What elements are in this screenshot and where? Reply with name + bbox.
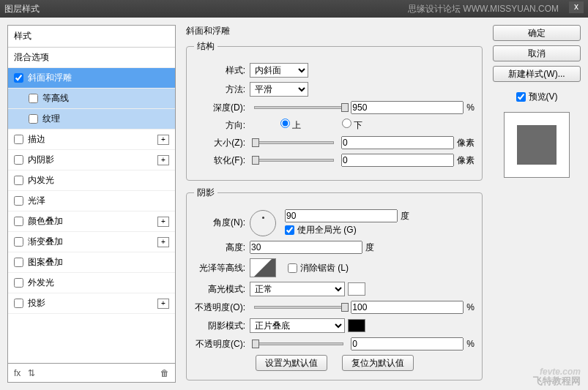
size-input[interactable] [341,136,454,149]
fx-menu-icon[interactable]: fx [14,368,21,378]
direction-up[interactable]: 上 [250,119,301,132]
pattern-overlay-label: 图案叠加 [28,256,63,269]
shadow-opacity-input[interactable] [351,337,464,350]
method-select[interactable]: 平滑 [250,82,308,97]
inner-glow-row[interactable]: 内发光 [8,170,175,191]
shadow-mode-label: 阴影模式: [194,320,245,332]
add-color-overlay-icon[interactable]: + [157,217,169,227]
action-panel: 确定 取消 新建样式(W)... 预览(V) [493,25,581,383]
soften-slider[interactable] [254,159,334,162]
antialias-checkbox[interactable] [288,263,297,273]
size-label: 大小(Z): [194,137,245,149]
altitude-label: 高度: [194,241,245,254]
style-select[interactable]: 内斜面 [250,63,308,78]
inner-shadow-label: 内阴影 [28,154,54,166]
stroke-row[interactable]: 描边 + [8,130,175,150]
angle-input[interactable] [285,209,398,222]
forum-text: 思缘设计论坛 WWW.MISSYUAN.COM [408,3,559,15]
method-label: 方法: [194,83,245,96]
direction-down[interactable]: 下 [311,119,362,132]
highlight-opacity-input[interactable] [351,301,464,314]
shadow-mode-select[interactable]: 正片叠底 [250,318,345,333]
bevel-label: 斜面和浮雕 [28,72,72,84]
depth-slider[interactable] [254,106,343,109]
shadow-opacity-slider[interactable] [254,342,343,345]
direction-label: 方向: [194,119,245,132]
down-radio[interactable] [342,119,351,128]
antialias-label: 消除锯齿 (L) [300,262,349,274]
px-unit: 像素 [457,137,475,149]
settings-panel: 斜面和浮雕 结构 样式: 内斜面 方法: 平滑 深度(D): % [183,25,485,383]
add-gradient-overlay-icon[interactable]: + [157,237,169,247]
depth-label: 深度(D): [194,102,245,114]
styles-header[interactable]: 样式 [8,26,175,48]
px-unit-2: 像素 [457,154,475,167]
blending-options-row[interactable]: 混合选项 [8,48,175,68]
reset-default-button[interactable]: 复位为默认值 [342,355,414,371]
list-footer: fx ⇅ 🗑 [8,363,175,382]
arrows-icon[interactable]: ⇅ [28,368,35,378]
bevel-checkbox[interactable] [14,73,23,83]
layer-style-dialog: 图层样式 思缘设计论坛 WWW.MISSYUAN.COM x 样式 混合选项 斜… [0,0,588,390]
satin-label: 光泽 [28,195,45,207]
make-default-button[interactable]: 设置为默认值 [256,355,327,371]
shading-fieldset: 阴影 角度(N): 度 使用全局光 (G) [186,187,483,380]
gradient-overlay-row[interactable]: 渐变叠加 + [8,232,175,252]
highlight-mode-select[interactable]: 正常 [250,282,345,296]
styles-list-panel: 样式 混合选项 斜面和浮雕 等高线 纹理 描边 + [7,25,176,383]
preview-checkbox[interactable] [516,92,526,102]
shadow-opacity-label: 不透明度(C): [194,338,245,350]
soften-label: 软化(F): [194,154,245,167]
add-inner-shadow-icon[interactable]: + [157,155,169,165]
cancel-button[interactable]: 取消 [493,45,581,61]
bevel-emboss-row[interactable]: 斜面和浮雕 [8,68,175,89]
altitude-input[interactable] [250,241,362,254]
new-style-button[interactable]: 新建样式(W)... [493,66,581,82]
color-overlay-row[interactable]: 颜色叠加 + [8,211,175,232]
angle-label: 角度(N): [194,217,245,229]
stroke-checkbox[interactable] [14,135,23,144]
depth-input[interactable] [351,101,464,114]
structure-fieldset: 结构 样式: 内斜面 方法: 平滑 深度(D): % 方向: [186,40,483,181]
satin-row[interactable]: 光泽 [8,191,175,211]
color-overlay-checkbox[interactable] [14,217,23,226]
close-button[interactable]: x [569,1,584,13]
color-overlay-label: 颜色叠加 [28,215,63,228]
inner-shadow-checkbox[interactable] [14,155,23,165]
texture-checkbox[interactable] [29,114,38,124]
outer-glow-row[interactable]: 外发光 [8,273,175,293]
panel-title: 斜面和浮雕 [186,25,483,37]
trash-icon[interactable]: 🗑 [160,368,169,378]
gloss-contour-picker[interactable] [250,258,276,277]
add-drop-shadow-icon[interactable]: + [157,299,169,309]
pattern-overlay-checkbox[interactable] [14,258,23,267]
gradient-overlay-checkbox[interactable] [14,237,23,247]
soften-input[interactable] [341,154,454,167]
inner-glow-checkbox[interactable] [14,176,23,185]
shading-legend: 阴影 [194,187,217,199]
drop-shadow-checkbox[interactable] [14,299,23,308]
highlight-opacity-slider[interactable] [254,306,343,309]
drop-shadow-row[interactable]: 投影 + [8,293,175,314]
highlight-color-swatch[interactable] [348,282,365,296]
add-stroke-icon[interactable]: + [157,135,169,145]
up-radio[interactable] [280,119,290,128]
shadow-color-swatch[interactable] [348,319,365,332]
angle-dial[interactable] [250,210,276,236]
outer-glow-checkbox[interactable] [14,278,23,288]
size-slider[interactable] [254,141,334,144]
pattern-overlay-row[interactable]: 图案叠加 [8,252,175,273]
texture-label: 纹理 [42,113,60,125]
contour-row[interactable]: 等高线 [8,89,175,109]
inner-glow-label: 内发光 [28,174,54,187]
pct-unit-2: % [466,302,475,312]
satin-checkbox[interactable] [14,196,23,206]
texture-row[interactable]: 纹理 [8,109,175,130]
ok-button[interactable]: 确定 [493,25,581,41]
inner-shadow-row[interactable]: 内阴影 + [8,150,175,170]
contour-checkbox[interactable] [29,94,38,103]
preview-box [504,112,570,178]
gloss-contour-label: 光泽等高线: [194,262,245,274]
global-light-checkbox[interactable] [285,225,294,235]
title-bar: 图层样式 思缘设计论坛 WWW.MISSYUAN.COM x [0,0,588,18]
